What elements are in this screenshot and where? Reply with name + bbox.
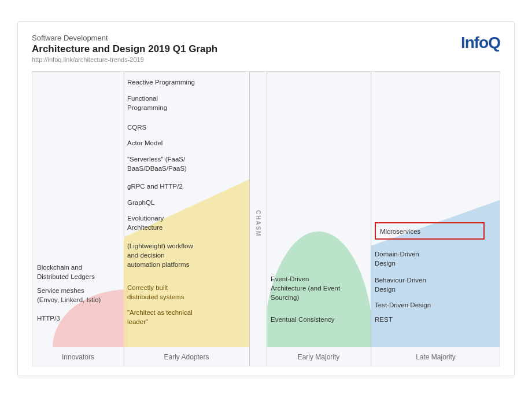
correctly-built-item: Correctly builtdistributed systems bbox=[127, 283, 249, 302]
event-driven-item: Event-DrivenArchitecture (and EventSourc… bbox=[271, 274, 368, 302]
blockchain-item: Blockchain andDistributed Ledgers bbox=[37, 263, 121, 281]
col-label-innovators: Innovators bbox=[32, 352, 124, 362]
header-left: Software Development Architecture and De… bbox=[32, 34, 217, 69]
grpc-item: gRPC and HTTP/2 bbox=[127, 182, 243, 191]
tdd-item: Test-Driven Design bbox=[375, 300, 490, 310]
microservices-label: Microservices bbox=[380, 228, 420, 235]
eventual-consistency-item: Eventual Consistency bbox=[271, 315, 368, 324]
evolutionary-arch-item: EvolutionaryArchitecture bbox=[127, 214, 243, 232]
cqrs-item: CQRS bbox=[127, 123, 243, 132]
chart-title: Architecture and Design 2019 Q1 Graph bbox=[32, 43, 217, 55]
bdd-item: Behaviour-DrivenDesign bbox=[375, 275, 490, 294]
microservices-box: Microservices bbox=[375, 222, 485, 240]
serverless-item: "Serverless" (FaaS/BaaS/DBaaS/PaaS) bbox=[127, 155, 243, 173]
functional-prog-item: FunctionalProgramming bbox=[127, 94, 243, 112]
chart-container: Innovators Early Adopters Early Majority… bbox=[32, 71, 500, 366]
workflow-item: (Lightweight) workflowand decisionautoma… bbox=[127, 241, 243, 269]
col-label-early-adopters: Early Adopters bbox=[124, 352, 249, 362]
sep-2 bbox=[249, 72, 250, 366]
header: Software Development Architecture and De… bbox=[32, 34, 500, 69]
col-label-late-majority: Late Majority bbox=[371, 352, 500, 362]
architect-leader-item: "Architect as technicalleader" bbox=[127, 308, 249, 326]
ddd-item: Domain-DrivenDesign bbox=[375, 249, 490, 268]
rest-item: REST bbox=[375, 315, 490, 324]
actor-model-item: Actor Model bbox=[127, 138, 243, 148]
card: Software Development Architecture and De… bbox=[17, 21, 515, 376]
chart-url: http://infoq.link/architecture-trends-20… bbox=[32, 56, 217, 63]
subtitle: Software Development bbox=[32, 34, 217, 42]
graphql-item: GraphQL bbox=[127, 198, 243, 207]
http3-item: HTTP/3 bbox=[37, 314, 121, 323]
chasm-label: CHASM bbox=[255, 210, 261, 227]
col-label-early-majority: Early Majority bbox=[267, 352, 371, 362]
service-meshes-item: Service meshes(Envoy, Linkerd, Istio) bbox=[37, 286, 121, 304]
reactive-prog-item: Reactive Programming bbox=[127, 78, 243, 87]
infoq-logo: InfoQ bbox=[461, 34, 500, 52]
innovators-shape bbox=[32, 272, 128, 347]
